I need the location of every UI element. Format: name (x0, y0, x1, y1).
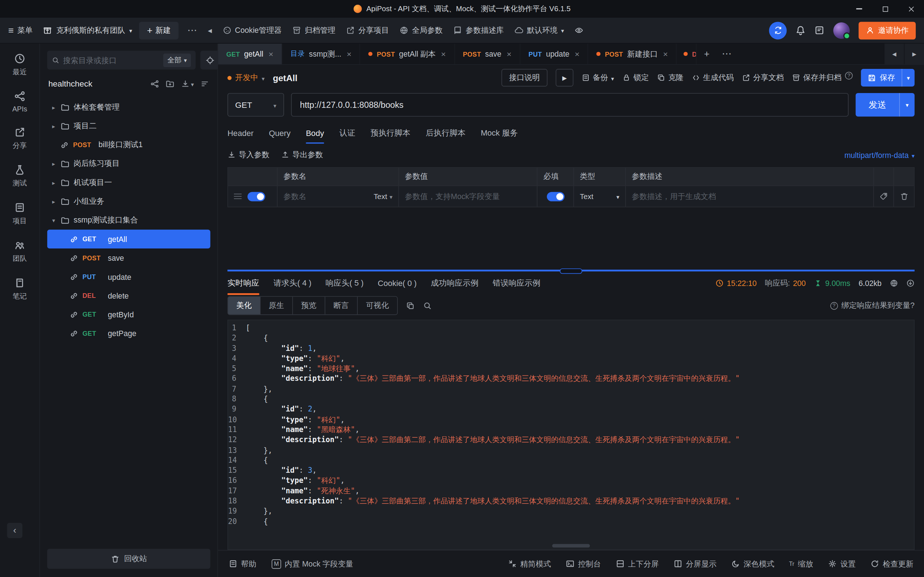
tab-response-headers[interactable]: 响应头( 5 ) (326, 272, 363, 295)
tab-header[interactable]: Header (228, 122, 254, 144)
locate-current-api-button[interactable] (200, 50, 219, 69)
tabs-scroll-right-button[interactable] (904, 44, 924, 64)
tab-auth[interactable]: 认证 (339, 122, 355, 144)
tree-folder[interactable]: 项目二 (47, 116, 210, 135)
run-button[interactable] (556, 69, 573, 87)
tag-icon[interactable] (879, 192, 888, 200)
bind-to-variable-link[interactable]: 绑定响应结果到变量? (829, 300, 914, 311)
rail-item-recent[interactable]: 最近 (13, 53, 27, 77)
rail-item-test[interactable]: 测试 (13, 164, 27, 189)
import-params-button[interactable]: 导入参数 (228, 150, 269, 160)
tree-api[interactable]: PUT update (47, 267, 210, 286)
param-description-library-button[interactable]: 参数描述库 (452, 25, 506, 35)
rail-item-share[interactable]: 分享 (13, 127, 27, 151)
copy-response-button[interactable] (406, 301, 415, 310)
export-params-button[interactable]: 导出参数 (281, 150, 323, 160)
tree-api[interactable]: POST save (47, 248, 210, 267)
tab-request-headers[interactable]: 请求头( 4 ) (274, 272, 312, 295)
required-toggle[interactable] (546, 192, 564, 201)
minimize-button[interactable] (846, 0, 872, 18)
globe-icon[interactable] (890, 279, 898, 287)
main-menu-button[interactable]: 菜单 (8, 25, 33, 35)
recycle-bin-button[interactable]: 回收站 (47, 549, 210, 569)
share-project-button[interactable]: 分享项目 (344, 25, 391, 35)
tab-success-example[interactable]: 成功响应示例 (431, 272, 478, 295)
param-name-type-select[interactable]: Text (373, 192, 393, 200)
api-manage-icon[interactable] (150, 79, 159, 88)
new-tab-button[interactable] (696, 44, 717, 64)
close-window-button[interactable] (898, 0, 924, 18)
view-visualize[interactable]: 可视化 (358, 297, 397, 314)
generate-code-button[interactable]: 生成代码 (692, 73, 734, 83)
split-vertical-button[interactable]: 分屏显示 (674, 559, 716, 569)
download-response-icon[interactable] (906, 279, 914, 287)
tab-post-script[interactable]: 后执行脚本 (426, 122, 465, 144)
send-button[interactable]: 发送 (856, 93, 914, 116)
api-doc-button[interactable]: 接口说明 (501, 69, 547, 87)
close-t5-icon[interactable] (663, 49, 668, 58)
back-button[interactable] (206, 27, 214, 33)
view-beautify[interactable]: 美化 (228, 297, 261, 314)
view-preview[interactable]: 预览 (293, 297, 325, 314)
clone-button[interactable]: 克隆 (657, 73, 683, 83)
share-doc-button[interactable]: 分享文档 (742, 73, 783, 83)
rail-item-team[interactable]: 团队 (13, 239, 27, 264)
new-folder-icon[interactable] (166, 79, 174, 88)
backup-button[interactable]: 备份 (582, 73, 614, 83)
tree-folder[interactable]: 小组业务 (47, 192, 210, 211)
mock-variables-button[interactable]: 内置 Mock 字段变量 (272, 559, 353, 569)
tree-api[interactable]: GET getById (47, 305, 210, 324)
environment-select[interactable]: 默认环境 (513, 25, 566, 35)
tab-post-new-api[interactable]: POST 新建接口 (588, 44, 677, 64)
search-response-button[interactable] (423, 301, 432, 310)
param-value-input[interactable] (405, 192, 531, 200)
tab-body[interactable]: Body (306, 122, 324, 144)
trash-icon[interactable] (900, 192, 908, 200)
tree-api-selected[interactable]: GET getAll (47, 230, 210, 248)
settings-button[interactable]: 设置 (828, 559, 856, 569)
tab-list-button[interactable] (717, 44, 737, 64)
close-t0-icon[interactable] (268, 49, 273, 58)
tab-mock-service[interactable]: Mock 服务 (481, 122, 518, 144)
tree-folder[interactable]: 岗后练习项目 (47, 154, 210, 173)
console-button[interactable]: 控制台 (565, 559, 601, 569)
save-button[interactable]: 保存 (861, 69, 914, 87)
tree-folder[interactable]: 体检套餐管理 (47, 98, 210, 116)
search-input[interactable] (63, 56, 160, 64)
notifications-button[interactable] (795, 25, 806, 35)
tab-get-getall[interactable]: GET getAll (218, 44, 282, 64)
list-sort-icon[interactable] (200, 79, 209, 88)
rail-item-apis[interactable]: APIs (12, 90, 27, 113)
param-type-select[interactable]: Text (580, 192, 593, 200)
param-name-input[interactable] (283, 192, 373, 200)
horizontal-scrollbar[interactable] (552, 544, 590, 548)
param-desc-input[interactable] (632, 192, 867, 200)
rail-item-project[interactable]: 项目 (13, 202, 27, 226)
tab-post-save[interactable]: POST save (455, 44, 520, 64)
tab-dir-ssmp[interactable]: 目录 ssmp测... (282, 44, 360, 64)
response-body-editor[interactable]: 1[2 {3 "id": 1,4 "type": "科幻",5 "name": … (228, 320, 914, 550)
dark-mode-button[interactable]: 深色模式 (731, 559, 774, 569)
view-assert[interactable]: 断言 (325, 297, 358, 314)
api-status-select[interactable]: 开发中 (228, 73, 265, 83)
tabs-scroll-left-button[interactable] (884, 44, 904, 64)
tree-api[interactable]: GET getPage (47, 324, 210, 343)
tree-folder[interactable]: 机试项目一 (47, 173, 210, 192)
help-button[interactable]: 帮助 (228, 559, 256, 569)
tab-pre-script[interactable]: 预执行脚本 (371, 122, 410, 144)
close-t4-icon[interactable] (575, 49, 579, 58)
check-update-button[interactable]: 检查更新 (870, 559, 913, 569)
collapse-sidebar-button[interactable] (7, 523, 23, 538)
tab-cookie[interactable]: Cookie( 0 ) (378, 272, 417, 295)
search-scope-select[interactable]: 全部 (163, 53, 191, 67)
tree-api[interactable]: DEL delete (47, 286, 210, 305)
feedback-button[interactable] (814, 25, 824, 35)
global-params-button[interactable]: 全局参数 (398, 25, 444, 35)
close-t1-icon[interactable] (347, 49, 351, 58)
import-export-button[interactable] (181, 79, 194, 89)
save-options-button[interactable] (902, 75, 914, 81)
method-select[interactable]: GET (228, 93, 284, 116)
new-button[interactable]: 新建 (139, 22, 178, 39)
close-t2-icon[interactable] (441, 49, 446, 58)
archive-manager-button[interactable]: 归档管理 (291, 25, 337, 35)
